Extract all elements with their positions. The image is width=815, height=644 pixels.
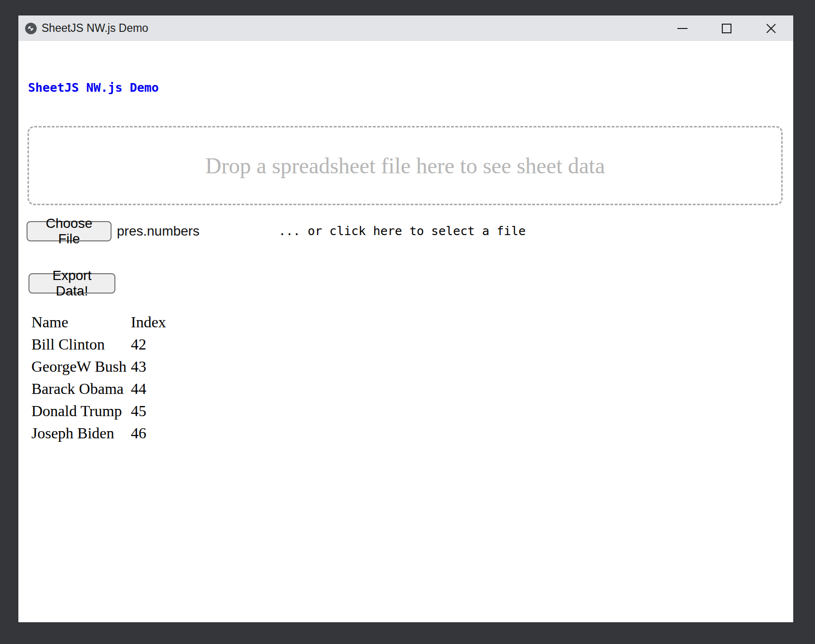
choose-file-button[interactable]: Choose File [27, 221, 112, 241]
sheet-data-table: Name Index Bill Clinton 42 GeorgeW Bush … [30, 311, 167, 444]
nwjs-globe-icon [25, 22, 37, 35]
page-title-link[interactable]: SheetJS NW.js Demo [28, 81, 159, 95]
cell-name: Joseph Biden [30, 422, 130, 444]
app-window: SheetJS NW.js Demo SheetJS NW.js Demo Dr… [18, 15, 793, 622]
table-row: Barack Obama 44 [30, 378, 167, 400]
page-content: SheetJS NW.js Demo Drop a spreadsheet fi… [18, 41, 793, 622]
window-title: SheetJS NW.js Demo [42, 22, 148, 35]
table-header-row: Name Index [30, 311, 167, 333]
cell-name: Barack Obama [30, 378, 130, 400]
maximize-button[interactable] [704, 15, 749, 41]
selected-filename: pres.numbers [117, 224, 199, 239]
dropzone-label: Drop a spreadsheet file here to see shee… [205, 153, 605, 179]
close-icon [766, 23, 776, 34]
column-header-name: Name [30, 311, 130, 333]
cell-index: 42 [130, 333, 167, 355]
table-row: Donald Trump 45 [30, 400, 167, 422]
cell-index: 44 [130, 378, 167, 400]
minimize-button[interactable] [660, 15, 704, 41]
file-dropzone[interactable]: Drop a spreadsheet file here to see shee… [28, 126, 783, 205]
table-row: Joseph Biden 46 [30, 422, 167, 444]
cell-name: Bill Clinton [30, 333, 130, 355]
export-data-button[interactable]: Export Data! [28, 273, 115, 294]
cell-index: 45 [130, 400, 167, 422]
cell-name: Donald Trump [30, 400, 130, 422]
column-header-index: Index [130, 311, 167, 333]
table-row: GeorgeW Bush 43 [30, 355, 167, 378]
cell-index: 46 [130, 422, 167, 444]
minimize-icon [677, 28, 688, 29]
file-select-hint[interactable]: ... or click here to select a file [279, 221, 526, 242]
close-button[interactable] [749, 15, 793, 41]
titlebar[interactable]: SheetJS NW.js Demo [18, 15, 793, 41]
cell-name: GeorgeW Bush [30, 355, 130, 378]
file-input-row: Choose File pres.numbers ... or click he… [27, 221, 654, 242]
cell-index: 43 [130, 355, 167, 378]
table-row: Bill Clinton 42 [30, 333, 167, 355]
maximize-icon [722, 24, 731, 33]
